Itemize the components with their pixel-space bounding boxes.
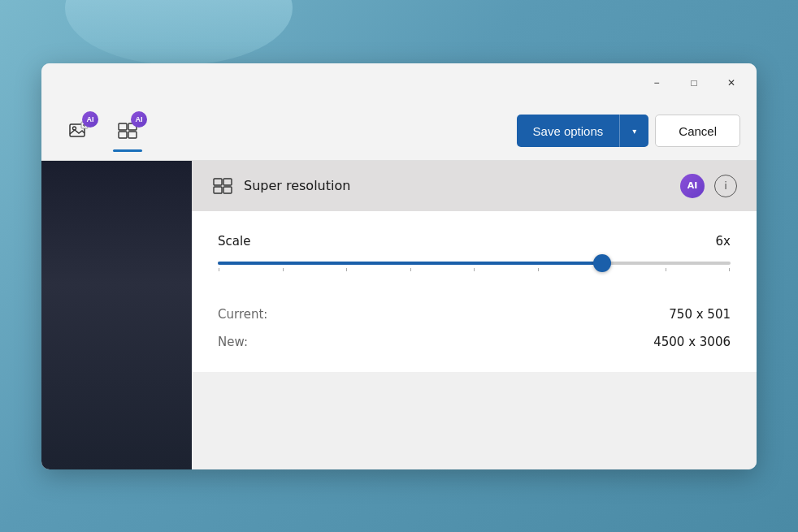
tick-2 [283, 268, 284, 271]
title-bar: − □ ✕ [41, 63, 757, 102]
maximize-button[interactable]: □ [675, 70, 713, 96]
options-panel: Super resolution AI i Scale 6x [192, 161, 757, 469]
tick-8 [666, 268, 666, 271]
close-button[interactable]: ✕ [713, 70, 750, 96]
image-adjust-button[interactable]: AI [58, 110, 100, 152]
current-label: Current: [218, 307, 267, 322]
save-options-main-button[interactable]: Save options [517, 115, 620, 147]
svg-rect-9 [214, 187, 222, 193]
toolbar: AI AI [41, 102, 757, 161]
ai-badge-1: AI [82, 111, 98, 128]
slider-track [218, 262, 731, 265]
section-ai-badge: AI [680, 174, 705, 198]
content-area: Super resolution AI i Scale 6x [41, 161, 757, 469]
tick-5 [474, 268, 475, 271]
section-title: Super resolution [244, 178, 670, 193]
ai-badge-2: AI [131, 111, 147, 128]
section-header: Super resolution AI i [192, 161, 757, 211]
save-options-dropdown-button[interactable]: ▾ [619, 115, 648, 147]
svg-point-1 [73, 127, 76, 130]
svg-rect-3 [119, 123, 127, 130]
svg-rect-10 [223, 187, 232, 193]
svg-rect-7 [214, 179, 222, 185]
scale-section: Scale 6x [192, 211, 757, 294]
window-controls: − □ ✕ [638, 70, 750, 96]
scale-value: 6x [716, 234, 731, 249]
super-resolution-button[interactable]: AI [106, 110, 149, 152]
app-window: − □ ✕ AI AI [41, 63, 757, 469]
minimize-button[interactable]: − [638, 70, 675, 96]
cancel-button[interactable]: Cancel [655, 115, 740, 147]
dimensions-section: Current: 750 x 501 New: 4500 x 3006 [192, 294, 757, 372]
super-res-section-icon [211, 175, 234, 197]
new-label: New: [218, 335, 248, 349]
tick-9 [729, 268, 730, 271]
tick-4 [410, 268, 411, 271]
tick-3 [346, 268, 347, 271]
svg-rect-5 [119, 132, 127, 138]
image-preview-panel [41, 161, 192, 469]
current-value: 750 x 501 [669, 307, 731, 322]
new-dimension-row: New: 4500 x 3006 [218, 328, 731, 356]
tick-6 [538, 268, 539, 271]
tick-1 [219, 268, 219, 271]
slider-ticks [218, 268, 731, 271]
svg-rect-8 [223, 179, 232, 185]
svg-rect-6 [128, 132, 137, 138]
scale-label: Scale [218, 234, 250, 249]
slider-thumb[interactable] [593, 254, 611, 272]
current-dimension-row: Current: 750 x 501 [218, 301, 731, 328]
scale-row: Scale 6x [218, 234, 731, 249]
scale-slider-container[interactable] [218, 262, 731, 271]
info-button[interactable]: i [714, 175, 737, 197]
slider-fill [218, 262, 602, 265]
save-options-button-group[interactable]: Save options ▾ [517, 115, 649, 147]
new-value: 4500 x 3006 [653, 335, 731, 349]
